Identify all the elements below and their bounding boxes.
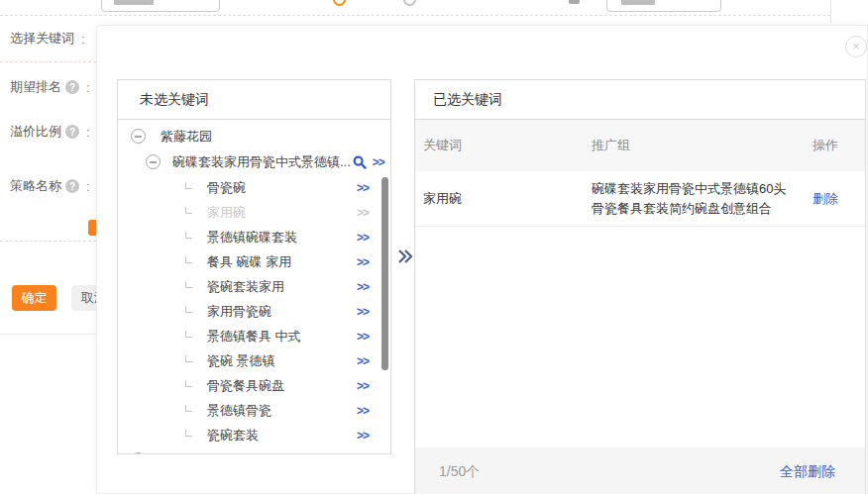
- add-keyword-arrow[interactable]: >>: [357, 231, 369, 245]
- add-keyword-arrow: >>: [357, 206, 369, 220]
- column-group: 推广组: [592, 137, 813, 154]
- help-icon[interactable]: ?: [65, 125, 79, 139]
- divider: [0, 15, 830, 16]
- add-keyword-arrow[interactable]: >>: [357, 379, 369, 393]
- tree-leaf-row[interactable]: 瓷碗 景德镇 >>: [118, 348, 390, 373]
- close-icon[interactable]: ×: [845, 36, 867, 57]
- panel-footer: 1/50个 全部删除: [415, 447, 865, 494]
- field-label-select-keywords: 选择关键词:: [10, 30, 85, 48]
- column-action: 操作: [813, 137, 865, 154]
- divider: [0, 241, 96, 242]
- panel-title: 未选关键词: [118, 80, 390, 120]
- branch-icon: [185, 306, 192, 313]
- add-keyword-arrow[interactable]: >>: [357, 404, 369, 418]
- add-keyword-arrow[interactable]: >>: [357, 429, 369, 443]
- divider: [0, 61, 96, 62]
- tree-leaf-row[interactable]: 骨瓷餐具碗盘 >>: [118, 373, 390, 398]
- branch-icon: [185, 430, 192, 437]
- panel-title: 已选关键词: [415, 80, 865, 120]
- keyword-select-modal: × 未选关键词 紫藤花园 碗碟套装家用骨瓷中式景德镇... >>: [96, 25, 868, 494]
- tree-leaf-row[interactable]: 瓷碗套装 >>: [118, 423, 390, 447]
- tree-group-row[interactable]: 紫藤花园: [118, 124, 390, 148]
- add-keyword-arrow[interactable]: >>: [357, 181, 369, 195]
- add-keyword-arrow[interactable]: >>: [357, 280, 369, 294]
- tree-leaf-row[interactable]: 餐具 碗碟 家用 >>: [118, 249, 390, 274]
- clipped-text: [114, 0, 154, 5]
- collapse-icon[interactable]: [146, 154, 161, 169]
- tree-leaf-row-disabled: 家用碗 >>: [118, 200, 390, 225]
- help-icon[interactable]: ?: [65, 80, 79, 94]
- table-row: 家用碗 碗碟套装家用骨瓷中式景德镇60头骨瓷餐具套装简约碗盘创意组合 删除: [415, 171, 865, 227]
- selected-keywords-panel: 已选关键词 关键词 推广组 操作 家用碗 碗碟套装家用骨瓷中式景德镇60头骨瓷餐…: [414, 79, 866, 494]
- branch-icon: [185, 380, 192, 387]
- tree-leaf-row[interactable]: 景德镇骨瓷 >>: [118, 398, 390, 423]
- delete-link[interactable]: 删除: [813, 190, 865, 208]
- tree-leaf-row[interactable]: 骨瓷碗 >>: [118, 175, 390, 200]
- confirm-button[interactable]: 确定: [12, 285, 56, 311]
- branch-icon: [185, 405, 192, 412]
- unselected-keywords-panel: 未选关键词 紫藤花园 碗碟套装家用骨瓷中式景德镇... >> 骨瓷碗: [117, 79, 391, 454]
- radio-selected-icon[interactable]: [333, 0, 346, 6]
- branch-icon: [185, 281, 192, 288]
- delete-all-link[interactable]: 全部删除: [780, 463, 835, 481]
- add-keyword-arrow[interactable]: >>: [357, 354, 369, 368]
- help-icon[interactable]: ?: [65, 179, 79, 193]
- branch-icon: [185, 355, 192, 362]
- help-icon: [569, 0, 580, 4]
- divider: [0, 334, 96, 335]
- divider: [830, 0, 831, 23]
- field-label-premium-ratio: 溢价比例 ? :: [10, 123, 90, 141]
- search-icon[interactable]: [353, 155, 367, 169]
- tree-leaf-row[interactable]: 家用骨瓷碗 >>: [118, 299, 390, 324]
- add-keyword-arrow[interactable]: >>: [357, 305, 369, 319]
- group-cell: 碗碟套装家用骨瓷中式景德镇60头骨瓷餐具套装简约碗盘创意组合: [592, 179, 813, 219]
- branch-icon: [185, 232, 192, 239]
- collapse-icon[interactable]: [131, 129, 146, 144]
- background-input-left[interactable]: [101, 0, 220, 12]
- tree-leaf-row[interactable]: 景德镇碗碟套装 >>: [118, 225, 390, 249]
- collapse-icon[interactable]: [131, 452, 146, 453]
- add-keyword-arrow[interactable]: >>: [357, 255, 369, 269]
- tree-leaf-row[interactable]: 瓷碗套装家用 >>: [118, 274, 390, 299]
- branch-icon: [185, 182, 192, 189]
- scrollbar-thumb[interactable]: [381, 177, 388, 370]
- branch-icon: [185, 207, 192, 214]
- keyword-cell: 家用碗: [423, 190, 592, 208]
- tree-leaf-row[interactable]: 景德镇餐具 中式 >>: [118, 324, 390, 348]
- keyword-tree: 紫藤花园 碗碟套装家用骨瓷中式景德镇... >> 骨瓷碗 >>: [118, 120, 390, 453]
- branch-icon: [185, 331, 192, 338]
- clipped-text: [621, 0, 655, 5]
- add-keyword-arrow[interactable]: >>: [357, 330, 369, 344]
- keyword-count: 1/50个: [439, 463, 480, 481]
- add-keyword-arrow[interactable]: >>: [373, 155, 384, 169]
- table-header: 关键词 推广组 操作: [415, 120, 865, 171]
- field-label-expected-rank: 期望排名 ? :: [10, 78, 90, 96]
- branch-icon: [185, 256, 192, 263]
- tree-group-row[interactable]: 清雅明媚: [118, 447, 390, 453]
- column-keyword: 关键词: [423, 137, 592, 154]
- tree-group-row[interactable]: 碗碟套装家用骨瓷中式景德镇... >>: [118, 148, 390, 175]
- radio-unselected-icon[interactable]: [403, 0, 416, 6]
- background-input-right[interactable]: [606, 0, 721, 12]
- page: 选择关键词: 期望排名 ? : 溢价比例 ? : 策略名称 ? : 确定 取消 …: [0, 0, 868, 494]
- field-label-strategy-name: 策略名称 ? :: [10, 177, 90, 195]
